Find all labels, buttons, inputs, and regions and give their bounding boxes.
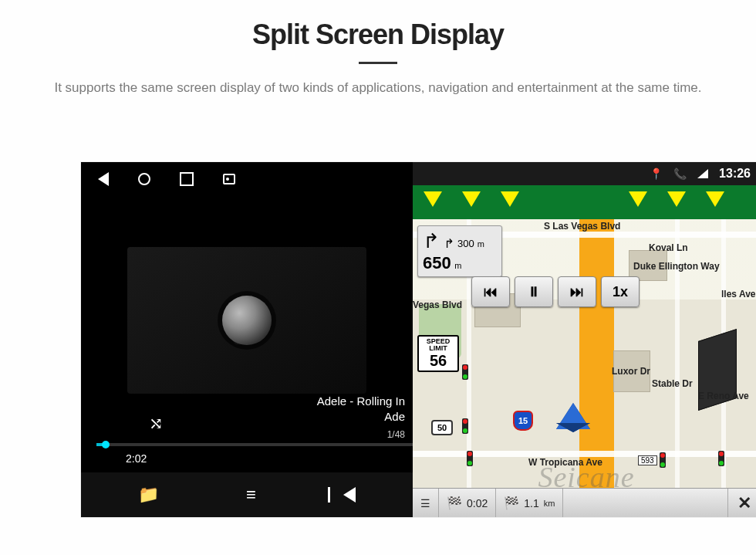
next-turn-unit: m: [478, 239, 484, 249]
lane-arrow-icon: [706, 191, 724, 207]
exit-number: 593: [638, 455, 657, 465]
eta-distance-unit: km: [544, 499, 555, 508]
folder-icon[interactable]: 📁: [138, 485, 159, 505]
gallery-icon[interactable]: [223, 174, 235, 184]
elapsed-time: 2:02: [126, 452, 147, 465]
flag-icon: 🏁: [504, 496, 519, 510]
navigation-pane: 📍 📞 13:26 S Las Ve: [413, 162, 756, 517]
traffic-light-icon: [660, 452, 666, 468]
lane-arrow-icon: [501, 191, 519, 207]
street-label: Stable Dr: [652, 378, 693, 389]
lane-arrow-icon: [629, 191, 647, 207]
flag-icon: 🏁: [447, 496, 462, 510]
album-art: ♪: [127, 247, 366, 394]
sim-pause-button[interactable]: ⏸: [515, 276, 553, 307]
clock: 13:26: [719, 167, 751, 181]
traffic-light-icon: [467, 451, 473, 466]
previous-track-icon[interactable]: [343, 487, 356, 503]
eta-time: 0:02: [467, 497, 488, 509]
highway-shield: 50: [431, 420, 453, 435]
menu-button[interactable]: ☰: [413, 489, 439, 517]
speed-limit-value: 56: [419, 353, 457, 369]
speed-limit-sign: SPEED LIMIT 56: [417, 335, 459, 372]
sim-speed-button[interactable]: 1x: [601, 276, 640, 307]
lane-arrow-icon: [667, 191, 686, 207]
street-label: E Reno Ave: [698, 391, 749, 401]
vehicle-cursor-icon: [556, 403, 590, 429]
status-bar: 📍 📞 13:26: [413, 162, 756, 185]
progress-bar[interactable]: [96, 443, 413, 446]
lane-arrow-icon: [424, 191, 442, 207]
turn-panel: ↰ ↰ 300m 650 m: [417, 225, 502, 277]
sim-controls: ⏮ ⏸ ⏭ 1x: [471, 276, 640, 307]
play-knob[interactable]: [222, 296, 272, 345]
wifi-icon: [697, 169, 708, 178]
lane-guidance-bar: [413, 185, 756, 219]
location-icon: 📍: [650, 168, 663, 180]
next-turn-distance: 300: [457, 238, 474, 249]
track-counter: 1/48: [317, 428, 405, 441]
title-underline: [359, 62, 397, 64]
eta-time-segment[interactable]: 🏁 0:02: [439, 489, 496, 517]
shuffle-icon[interactable]: ⤭: [149, 414, 163, 434]
turn-left-small-icon: ↰: [444, 236, 454, 251]
eta-distance-value: 1.1: [524, 497, 538, 509]
track-title: Adele - Rolling In: [317, 394, 405, 409]
street-label: lles Ave: [721, 289, 755, 299]
music-pane: ♪ ⤭ Adele - Rolling In Ade 1/48 2:02 📁 ≡: [81, 162, 413, 517]
lane-arrow-icon: [462, 191, 481, 207]
recent-apps-icon[interactable]: [180, 172, 194, 186]
traffic-light-icon: [462, 364, 468, 380]
sim-next-button[interactable]: ⏭: [558, 276, 596, 307]
music-bottom-bar: 📁 ≡: [81, 472, 413, 517]
page-title: Split Screen Display: [0, 19, 756, 51]
interstate-shield: 15: [513, 411, 533, 431]
traffic-light-icon: [718, 451, 724, 466]
nav-bottom-bar: ☰ 🏁 0:02 🏁 1.1 km ✕: [413, 488, 756, 517]
close-button[interactable]: ✕: [727, 489, 756, 517]
track-artist: Ade: [317, 409, 405, 425]
street-label: Vegas Blvd: [413, 299, 462, 310]
phone-icon: 📞: [673, 168, 687, 180]
sim-prev-button[interactable]: ⏮: [471, 276, 510, 307]
speed-limit-label: SPEED LIMIT: [419, 338, 457, 353]
split-screen-device: ♪ ⤭ Adele - Rolling In Ade 1/48 2:02 📁 ≡…: [81, 162, 756, 517]
back-icon[interactable]: [98, 172, 109, 186]
street-label: Luxor Dr: [612, 366, 650, 377]
turn-distance-unit: m: [454, 261, 461, 270]
eta-distance-segment[interactable]: 🏁 1.1 km: [496, 489, 563, 517]
home-icon[interactable]: [138, 173, 150, 185]
street-label: Koval Ln: [649, 242, 688, 253]
traffic-light-icon: [462, 418, 468, 434]
turn-left-icon: ↰: [423, 229, 440, 253]
playlist-icon[interactable]: ≡: [246, 485, 256, 505]
street-label: S Las Vegas Blvd: [544, 221, 620, 232]
page-subtitle: It supports the same screen display of t…: [42, 78, 714, 98]
street-label: W Tropicana Ave: [528, 457, 602, 468]
street-label: Duke Ellington Way: [633, 261, 720, 272]
track-info: Adele - Rolling In Ade 1/48: [317, 394, 405, 441]
android-nav-bar: [81, 162, 413, 196]
turn-distance-value: 650: [423, 253, 451, 272]
